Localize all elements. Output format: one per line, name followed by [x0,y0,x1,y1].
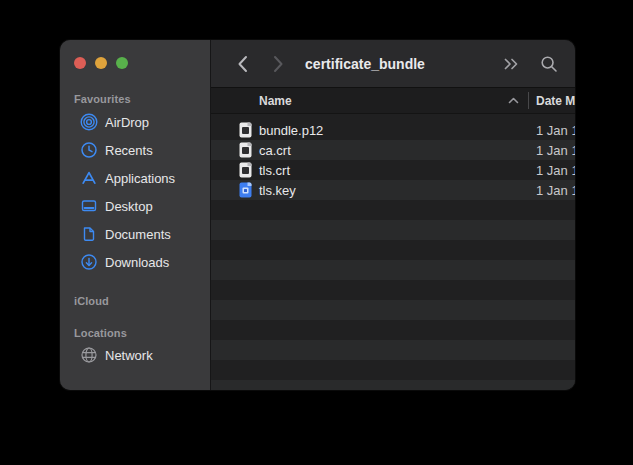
sidebar-item-recents[interactable]: Recents [66,136,204,164]
sidebar-item-downloads[interactable]: Downloads [66,248,204,276]
desktop-icon [79,197,98,216]
file-row-ca-crt[interactable]: ca.crt 1 Jan 19 [211,140,575,160]
file-name: ca.crt [259,143,291,158]
minimize-button[interactable] [95,57,107,69]
list-column-headers: Name Date Mo [211,88,575,114]
sidebar-section-favourites: Favourites [74,93,210,105]
sidebar-item-network[interactable]: Network [66,341,204,369]
file-date: 1 Jan 19 [536,143,575,158]
file-date: 1 Jan 19 [536,163,575,178]
file-name: tls.crt [259,163,290,178]
file-date: 1 Jan 19 [536,183,575,198]
file-row-bundle-p12[interactable]: bundle.p12 1 Jan 19 [211,120,575,140]
sidebar-item-desktop[interactable]: Desktop [66,192,204,220]
sidebar-item-label: Downloads [105,255,169,270]
window-title: certificate_bundle [305,56,425,72]
sidebar-item-airdrop[interactable]: AirDrop [66,108,204,136]
toolbar: certificate_bundle [211,40,575,88]
sort-ascending-icon [508,97,519,104]
search-button[interactable] [537,51,561,77]
column-header-date[interactable]: Date Mo [536,94,575,108]
sidebar-item-label: Recents [105,143,153,158]
window-controls [60,40,210,69]
file-row-tls-key[interactable]: tls.key 1 Jan 19 [211,180,575,200]
sidebar: Favourites AirDrop Recents [60,40,210,390]
search-icon [540,55,558,73]
sidebar-item-label: Documents [105,227,171,242]
applications-icon [79,169,98,188]
forward-button[interactable] [267,51,289,77]
sidebar-item-label: AirDrop [105,115,149,130]
column-header-name[interactable]: Name [259,94,292,108]
finder-window: Favourites AirDrop Recents [60,40,575,390]
file-name: bundle.p12 [259,123,323,138]
close-button[interactable] [74,57,86,69]
certificate-file-icon [238,162,252,178]
file-list: bundle.p12 1 Jan 19 ca.crt 1 Jan 19 [211,114,575,390]
sidebar-section-locations: Locations [74,327,210,339]
column-divider[interactable] [528,92,529,109]
clock-icon [79,141,98,160]
sidebar-item-applications[interactable]: Applications [66,164,204,192]
sidebar-item-label: Network [105,348,153,363]
key-file-icon [238,182,252,198]
file-date: 1 Jan 19 [536,123,575,138]
document-icon [79,225,98,244]
file-row-tls-crt[interactable]: tls.crt 1 Jan 19 [211,160,575,180]
certificate-file-icon [238,122,252,138]
globe-icon [79,346,98,365]
zoom-button[interactable] [116,57,128,69]
certificate-file-icon [238,142,252,158]
download-icon [79,253,98,272]
airdrop-icon [79,113,98,132]
back-button[interactable] [231,51,253,77]
sidebar-item-label: Applications [105,171,175,186]
file-name: tls.key [259,183,296,198]
sidebar-section-icloud: iCloud [74,295,210,307]
content-pane: certificate_bundle Name [210,40,575,390]
sidebar-item-documents[interactable]: Documents [66,220,204,248]
double-chevron-icon [503,57,520,71]
sidebar-item-label: Desktop [105,199,153,214]
more-toolbar-items-button[interactable] [499,51,523,77]
